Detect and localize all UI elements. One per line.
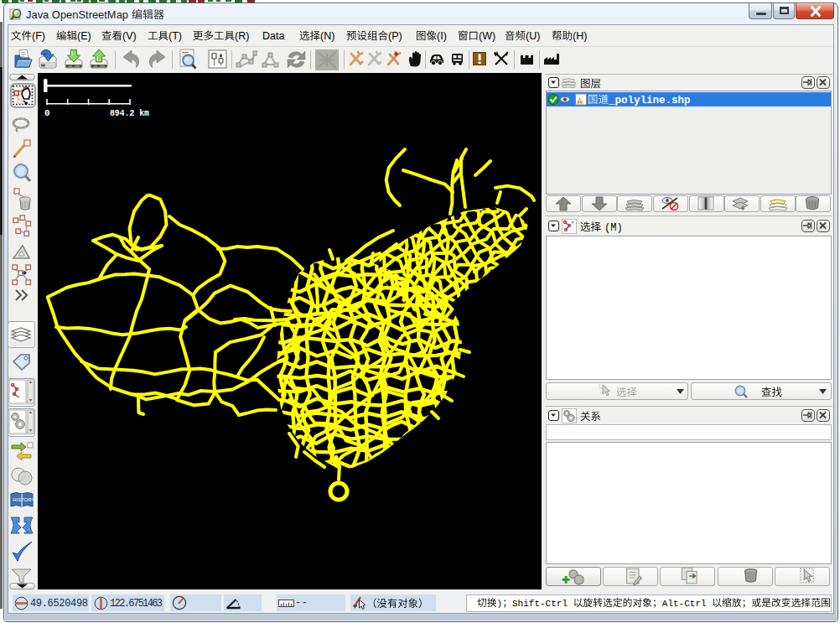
svg-text:Alt-Ctrl: Alt-Ctrl: [662, 599, 712, 609]
svg-text:): ): [497, 599, 503, 609]
svg-text:Shift-Ctrl: Shift-Ctrl: [512, 599, 573, 609]
